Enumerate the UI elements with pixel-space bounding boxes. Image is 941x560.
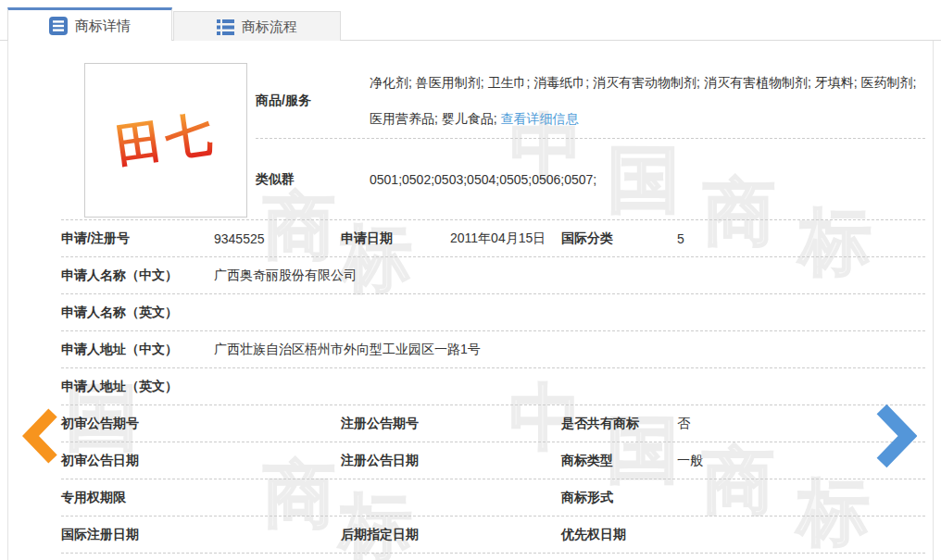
field-value: 9345525 [214, 231, 341, 246]
tab-label: 商标流程 [242, 19, 297, 36]
field-label: 申请人地址（中文） [61, 342, 214, 358]
document-lines-icon [49, 17, 68, 35]
field-label: 商标类型 [561, 453, 677, 469]
trademark-image: 田七 [84, 63, 247, 218]
field-label: 申请日期 [341, 230, 450, 247]
field-label: 注册公告期号 [341, 416, 450, 432]
tab-trademark-detail[interactable]: 商标详情 [7, 7, 172, 42]
field-label: 国际分类 [561, 230, 677, 247]
field-label: 初审公告日期 [61, 453, 214, 469]
trademark-detail-panel: 中国商标商标国中国商标商标 田七 商品/服务 净化剂; 兽医用制剂; 卫生巾; … [7, 41, 934, 560]
goods-services-row: 商品/服务 净化剂; 兽医用制剂; 卫生巾; 消毒纸巾; 消灭有害动物制剂; 消… [256, 63, 925, 139]
field-label: 后期指定日期 [341, 527, 450, 543]
next-arrow-button[interactable] [876, 404, 917, 471]
tab-label: 商标详情 [75, 18, 131, 35]
field-label: 初审公告期号 [61, 416, 214, 432]
field-label: 国际注册日期 [61, 527, 214, 543]
view-details-link[interactable]: 查看详细信息 [501, 111, 579, 126]
goods-services-value: 净化剂; 兽医用制剂; 卫生巾; 消毒纸巾; 消灭有害动物制剂; 消灭有害植物制… [370, 65, 920, 137]
field-label: 申请人地址（英文） [61, 379, 214, 395]
field-label: 注册公告日期 [341, 453, 450, 469]
similar-group-label: 类似群 [256, 171, 370, 188]
field-row: 申请人地址（英文） [61, 368, 925, 405]
field-row: 初审公告日期注册公告日期商标类型一般 [61, 442, 925, 479]
similar-group-row: 类似群 0501;0502;0503;0504;0505;0506;0507; [256, 139, 925, 219]
field-row: 申请/注册号9345525申请日期2011年04月15日国际分类5 [61, 220, 925, 257]
field-value: 2011年04月15日 [450, 230, 561, 247]
field-row: 申请人名称（英文） [61, 294, 925, 331]
goods-services-label: 商品/服务 [256, 93, 370, 109]
list-icon [217, 19, 234, 35]
trademark-summary-section: 田七 商品/服务 净化剂; 兽医用制剂; 卫生巾; 消毒纸巾; 消灭有害动物制剂… [61, 63, 925, 220]
tab-bar: 商标详情 商标流程 [0, 0, 941, 41]
field-row: 申请人地址（中文）广西壮族自治区梧州市外向型工业园区一路1号 [61, 331, 925, 368]
field-row: 申请人名称（中文）广西奥奇丽股份有限公司 [61, 257, 925, 294]
field-row: 初审公告期号注册公告期号是否共有商标否 [61, 405, 925, 442]
field-label: 优先权日期 [561, 527, 677, 543]
prev-arrow-button[interactable] [22, 408, 57, 467]
field-label: 申请/注册号 [61, 230, 214, 247]
field-value: 广西奥奇丽股份有限公司 [214, 268, 925, 284]
tab-trademark-process[interactable]: 商标流程 [173, 11, 341, 42]
field-label: 是否共有商标 [561, 416, 677, 432]
field-row: 国际注册日期后期指定日期优先权日期 [61, 516, 925, 554]
field-label: 商标形式 [561, 490, 677, 506]
trademark-logo-text: 田七 [112, 103, 220, 178]
field-value: 广西壮族自治区梧州市外向型工业园区一路1号 [214, 342, 925, 358]
similar-group-value: 0501;0502;0503;0504;0505;0506;0507; [370, 172, 596, 187]
field-value: 5 [677, 231, 925, 246]
field-label: 专用权期限 [61, 490, 214, 506]
field-row: 专用权期限商标形式 [61, 479, 925, 516]
goods-services-text: 净化剂; 兽医用制剂; 卫生巾; 消毒纸巾; 消灭有害动物制剂; 消灭有害植物制… [370, 75, 916, 126]
field-rows: 申请/注册号9345525申请日期2011年04月15日国际分类5申请人名称（中… [61, 220, 925, 554]
field-label: 申请人名称（英文） [61, 305, 214, 321]
field-label: 申请人名称（中文） [61, 268, 214, 284]
